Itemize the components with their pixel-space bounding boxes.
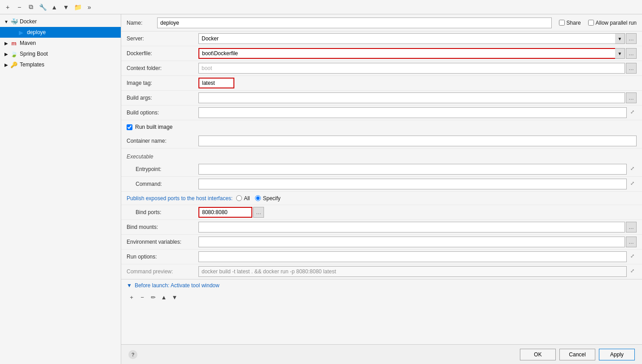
launch-toolbar: + − ✏ ▲ ▼	[127, 291, 637, 303]
image-tag-control	[198, 78, 637, 88]
allow-parallel-label: Allow parallel run	[596, 20, 637, 26]
tree-item-templates[interactable]: ▶ 🔑 Templates	[0, 59, 121, 70]
dockerfile-browse-btn[interactable]: …	[626, 48, 637, 59]
image-tag-input[interactable]	[198, 78, 234, 88]
share-label: Share	[567, 20, 581, 26]
form-area: Server: Docker ▼ … Dockerfile:	[121, 31, 642, 344]
bind-mounts-browse-btn[interactable]: …	[626, 222, 637, 232]
ok-button[interactable]: OK	[520, 349, 556, 360]
cancel-button[interactable]: Cancel	[559, 349, 595, 360]
build-options-label: Build options:	[127, 110, 198, 116]
more-btn[interactable]: »	[84, 2, 94, 12]
entrypoint-expand-btn[interactable]: ⤢	[628, 164, 637, 173]
env-variables-browse-btn[interactable]: …	[626, 237, 637, 247]
remove-config-btn[interactable]: −	[14, 2, 24, 12]
bind-ports-control: …	[198, 207, 637, 218]
launch-edit-btn[interactable]: ✏	[148, 292, 158, 302]
bind-ports-browse-btn[interactable]: …	[253, 207, 264, 218]
settings-btn[interactable]: 🔧	[38, 2, 48, 12]
build-options-input[interactable]	[198, 107, 627, 118]
run-options-expand-btn[interactable]: ⤢	[628, 251, 637, 260]
bind-mounts-input[interactable]	[198, 222, 625, 232]
move-up-btn[interactable]: ▲	[49, 2, 59, 12]
bind-mounts-label: Bind mounts:	[127, 224, 198, 230]
spring-icon: 🍃	[10, 50, 18, 58]
entrypoint-wrapper: ⤢	[198, 164, 637, 175]
before-launch-header[interactable]: ▼ Before launch: Activate tool window	[127, 282, 637, 289]
move-down-btn[interactable]: ▼	[61, 2, 71, 12]
name-input[interactable]	[157, 18, 552, 28]
entrypoint-control: ⤢	[198, 164, 637, 175]
server-row: Server: Docker ▼ …	[121, 31, 642, 46]
launch-up-btn[interactable]: ▲	[159, 292, 169, 302]
build-args-wrapper: …	[198, 92, 637, 103]
toolbar: + − ⧉ 🔧 ▲ ▼ 📁 »	[0, 0, 642, 14]
folder-btn[interactable]: 📁	[73, 2, 83, 12]
add-config-btn[interactable]: +	[3, 2, 13, 12]
dockerfile-row: Dockerfile: boot\Dockerfile ▼ …	[121, 46, 642, 61]
run-options-label: Run options:	[127, 254, 198, 260]
dockerfile-label: Dockerfile:	[127, 50, 198, 57]
bottom-bar: ? OK Cancel Apply	[121, 344, 642, 364]
radio-specify[interactable]: Specify	[255, 195, 280, 202]
tree-item-spring-boot[interactable]: ▶ 🍃 Spring Boot	[0, 48, 121, 59]
container-name-label: Container name:	[127, 138, 198, 144]
templates-icon: 🔑	[10, 61, 18, 69]
image-tag-row: Image tag:	[121, 76, 642, 91]
tree-label-docker: Docker	[20, 18, 37, 25]
container-name-control	[198, 136, 637, 146]
copy-config-btn[interactable]: ⧉	[26, 2, 36, 12]
command-preview-label: Command preview:	[127, 268, 198, 275]
dockerfile-select-wrapper: boot\Dockerfile ▼	[198, 48, 625, 59]
name-label: Name:	[127, 20, 154, 26]
bind-ports-input[interactable]	[198, 207, 252, 218]
image-tag-label: Image tag:	[127, 80, 198, 86]
launch-remove-btn[interactable]: −	[137, 292, 147, 302]
command-expand-btn[interactable]: ⤢	[628, 179, 637, 188]
radio-all[interactable]: All	[236, 195, 250, 202]
command-preview-expand-btn[interactable]: ⤢	[628, 266, 637, 275]
build-args-label: Build args:	[127, 95, 198, 101]
before-launch-label: Before launch: Activate tool window	[135, 282, 220, 289]
launch-add-btn[interactable]: +	[127, 292, 136, 302]
tree-label-templates: Templates	[20, 61, 44, 68]
run-built-image-label: Run built image	[135, 124, 172, 130]
apply-button[interactable]: Apply	[599, 349, 635, 360]
tree-item-docker[interactable]: ▼ 🐳 Docker	[0, 16, 121, 27]
env-variables-input[interactable]	[198, 237, 625, 247]
container-name-input[interactable]	[198, 136, 637, 146]
build-args-input[interactable]	[198, 92, 625, 103]
radio-group: All Specify	[236, 195, 281, 202]
dockerfile-select[interactable]: boot\Dockerfile	[198, 48, 625, 59]
tree-item-maven[interactable]: ▶ m Maven	[0, 38, 121, 48]
launch-down-btn[interactable]: ▼	[170, 292, 180, 302]
build-args-browse-btn[interactable]: …	[626, 92, 637, 103]
run-built-image-row: Run built image	[121, 120, 642, 134]
server-label: Server:	[127, 35, 198, 42]
entrypoint-input[interactable]	[198, 164, 627, 175]
env-variables-control: …	[198, 237, 637, 247]
radio-specify-label: Specify	[263, 195, 280, 202]
server-select[interactable]: Docker	[198, 33, 625, 44]
allow-parallel-checkbox[interactable]: Allow parallel run	[588, 20, 637, 26]
command-input[interactable]	[198, 179, 627, 189]
bind-mounts-control: …	[198, 222, 637, 232]
tree-item-deploye[interactable]: ▶ deploye	[0, 27, 121, 38]
context-folder-browse-btn[interactable]: …	[626, 63, 637, 74]
build-options-expand-btn[interactable]: ⤢	[628, 107, 637, 116]
run-options-input[interactable]	[198, 251, 627, 262]
context-folder-row: Context folder: …	[121, 61, 642, 76]
command-preview-wrapper: ⤢	[198, 266, 637, 277]
context-folder-input[interactable]	[198, 63, 625, 74]
run-built-image-checkbox[interactable]: Run built image	[127, 124, 172, 130]
server-browse-btn[interactable]: …	[626, 33, 637, 44]
dockerfile-control: boot\Dockerfile ▼ …	[198, 48, 637, 59]
share-checkbox[interactable]: Share	[559, 20, 581, 26]
build-options-wrapper: ⤢	[198, 107, 637, 118]
radio-all-label: All	[244, 195, 250, 202]
help-button[interactable]: ?	[128, 350, 137, 359]
expand-arrow-spring: ▶	[3, 52, 10, 57]
before-launch-arrow: ▼	[127, 282, 132, 289]
context-folder-control: …	[198, 63, 637, 74]
bind-ports-row: Bind ports: …	[121, 205, 642, 220]
